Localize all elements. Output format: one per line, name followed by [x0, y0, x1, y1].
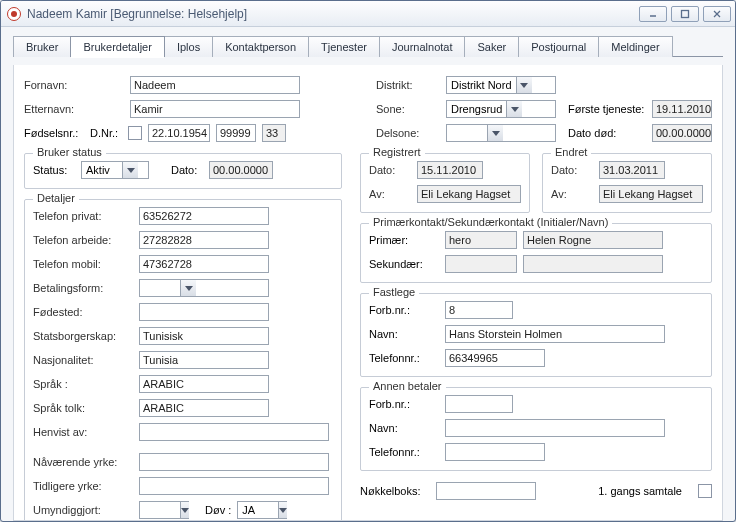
bt-navn-label: Navn: — [369, 422, 439, 434]
fl-forb-label: Forb.nr.: — [369, 304, 439, 316]
primaer-navn-field: Helen Rogne — [523, 231, 663, 249]
tel-arb-field[interactable]: 27282828 — [139, 231, 269, 249]
distrikt-select[interactable]: Distrikt Nord — [446, 76, 556, 94]
tab-postjournal[interactable]: Postjournal — [518, 36, 599, 57]
tab-bar: Bruker Brukerdetaljer Iplos Kontaktperso… — [13, 35, 723, 57]
statsb-field[interactable]: Tunisisk — [139, 327, 269, 345]
status-dato-label: Dato: — [171, 164, 203, 176]
fodested-field[interactable] — [139, 303, 269, 321]
primaer-label: Primær: — [369, 234, 439, 246]
fl-forb-field[interactable]: 8 — [445, 301, 513, 319]
sekundaer-navn-field — [523, 255, 663, 273]
fodselsnr-label: Fødselsnr.: — [24, 127, 84, 139]
umy-select[interactable] — [139, 501, 189, 519]
distrikt-label: Distrikt: — [376, 79, 440, 91]
reg-dato-label: Dato: — [369, 164, 411, 176]
tel-priv-label: Telefon privat: — [33, 210, 133, 222]
titlebar: Nadeem Kamir [Begrunnelse: Helsehjelp] — [1, 1, 735, 27]
chevron-down-icon — [122, 162, 138, 178]
end-av-label: Av: — [551, 188, 593, 200]
betaler-group: Annen betaler Forb.nr.: Navn: Telefonnr.… — [360, 387, 712, 471]
fl-navn-label: Navn: — [369, 328, 439, 340]
chevron-down-icon — [180, 280, 196, 296]
dov-select[interactable]: JA — [237, 501, 287, 519]
betform-label: Betalingsform: — [33, 282, 133, 294]
sprak-field[interactable]: ARABIC — [139, 375, 269, 393]
end-dato-label: Dato: — [551, 164, 593, 176]
detaljer-title: Detaljer — [33, 192, 79, 204]
fl-navn-field[interactable]: Hans Storstein Holmen — [445, 325, 665, 343]
fastlege-group: Fastlege Forb.nr.:8 Navn:Hans Storstein … — [360, 293, 712, 377]
fl-tlf-label: Telefonnr.: — [369, 352, 439, 364]
status-dato-field: 00.00.0000 — [209, 161, 273, 179]
tel-priv-field[interactable]: 63526272 — [139, 207, 269, 225]
tab-tjenester[interactable]: Tjenester — [308, 36, 380, 57]
sprak-label: Språk : — [33, 378, 133, 390]
dnr-label: D.Nr.: — [90, 127, 122, 139]
bt-navn-field[interactable] — [445, 419, 665, 437]
pnr-field[interactable]: 99999 — [216, 124, 256, 142]
gangs-checkbox[interactable] — [698, 484, 712, 498]
detaljer-group: Detaljer Telefon privat:63526272 Telefon… — [24, 199, 342, 521]
nasj-field[interactable]: Tunisia — [139, 351, 269, 369]
status-label: Status: — [33, 164, 75, 176]
minimize-button[interactable] — [639, 6, 667, 22]
tab-kontaktperson[interactable]: Kontaktperson — [212, 36, 309, 57]
dato-dod-label: Dato død: — [568, 127, 646, 139]
registrert-title: Registrert — [369, 146, 425, 158]
dov-label: Døv : — [205, 504, 231, 516]
tolk-label: Språk tolk: — [33, 402, 133, 414]
bt-tlf-field[interactable] — [445, 443, 545, 461]
sone-label: Sone: — [376, 103, 440, 115]
statsb-label: Statsborgerskap: — [33, 330, 133, 342]
sekundaer-ini-field — [445, 255, 517, 273]
henvist-field[interactable] — [139, 423, 329, 441]
tel-mob-field[interactable]: 47362728 — [139, 255, 269, 273]
nokkelboks-field[interactable] — [436, 482, 536, 500]
forste-tjeneste-field: 19.11.2010 — [652, 100, 712, 118]
end-av-field: Eli Lekang Hagset — [599, 185, 703, 203]
sone-select[interactable]: Drengsrud — [446, 100, 556, 118]
henvist-label: Henvist av: — [33, 426, 133, 438]
etternavn-label: Etternavn: — [24, 103, 124, 115]
fornavn-field[interactable]: Nadeem — [130, 76, 300, 94]
app-window: Nadeem Kamir [Begrunnelse: Helsehjelp] B… — [0, 0, 736, 522]
bruker-status-title: Bruker status — [33, 146, 106, 158]
tab-brukerdetaljer[interactable]: Brukerdetaljer — [70, 36, 164, 57]
delsone-select[interactable] — [446, 124, 556, 142]
window-title: Nadeem Kamir [Begrunnelse: Helsehjelp] — [27, 7, 247, 21]
end-dato-field: 31.03.2011 — [599, 161, 665, 179]
endret-title: Endret — [551, 146, 591, 158]
nokkelboks-label: Nøkkelboks: — [360, 485, 430, 497]
tab-bruker[interactable]: Bruker — [13, 36, 71, 57]
betform-select[interactable] — [139, 279, 269, 297]
tab-iplos[interactable]: Iplos — [164, 36, 213, 57]
forste-tjeneste-label: Første tjeneste: — [568, 103, 646, 115]
status-select[interactable]: Aktiv — [81, 161, 149, 179]
umy-label: Umyndiggjort: — [33, 504, 133, 516]
tidy-field[interactable] — [139, 477, 329, 495]
tolk-field[interactable]: ARABIC — [139, 399, 269, 417]
tab-meldinger[interactable]: Meldinger — [598, 36, 672, 57]
reg-dato-field: 15.11.2010 — [417, 161, 483, 179]
maximize-button[interactable] — [671, 6, 699, 22]
chevron-down-icon — [278, 502, 287, 518]
nasj-label: Nasjonalitet: — [33, 354, 133, 366]
sekundaer-label: Sekundær: — [369, 258, 439, 270]
etternavn-field[interactable]: Kamir — [130, 100, 300, 118]
tab-saker[interactable]: Saker — [464, 36, 519, 57]
ctrl-field: 33 — [262, 124, 286, 142]
svg-rect-1 — [682, 10, 689, 17]
chevron-down-icon — [516, 77, 532, 93]
fastlege-title: Fastlege — [369, 286, 419, 298]
fl-tlf-field[interactable]: 66349965 — [445, 349, 545, 367]
fornavn-label: Fornavn: — [24, 79, 124, 91]
bt-forb-field[interactable] — [445, 395, 513, 413]
reg-av-label: Av: — [369, 188, 411, 200]
kontakt-group: Primærkontakt/Sekundærkontakt (Initialer… — [360, 223, 712, 283]
tab-journalnotat[interactable]: Journalnotat — [379, 36, 466, 57]
navy-field[interactable] — [139, 453, 329, 471]
close-button[interactable] — [703, 6, 731, 22]
birthdate-field[interactable]: 22.10.1954 — [148, 124, 210, 142]
dnr-checkbox[interactable] — [128, 126, 142, 140]
